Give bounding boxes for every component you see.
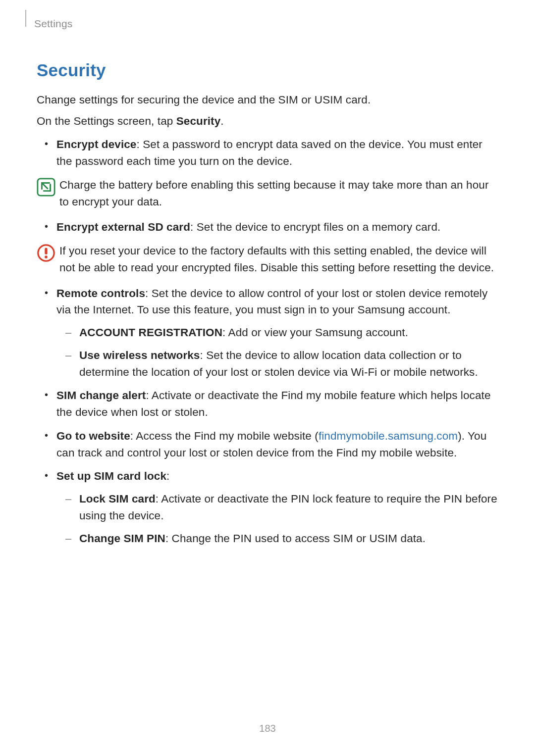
simlock-sublist: Lock SIM card: Activate or deactivate th… (56, 491, 498, 547)
warning-callout-1: If you reset your device to the factory … (37, 243, 498, 276)
settings-list-2: Encrypt external SD card: Set the device… (37, 219, 498, 236)
svg-rect-2 (45, 248, 47, 254)
change-pin-label: Change SIM PIN (79, 532, 165, 545)
list-item-encrypt-device: Encrypt device: Set a password to encryp… (37, 136, 498, 170)
encrypt-device-label: Encrypt device (56, 138, 136, 151)
breadcrumb: Settings (34, 18, 498, 30)
list-item-go-to-website: Go to website: Access the Find my mobile… (37, 428, 498, 461)
settings-list: Encrypt device: Set a password to encryp… (37, 136, 498, 170)
warning-text-1: If you reset your device to the factory … (59, 243, 498, 276)
sublist-item-change-pin: Change SIM PIN: Change the PIN used to a… (56, 530, 498, 547)
intro-paragraph-1: Change settings for securing the device … (37, 92, 498, 108)
section-title-security: Security (37, 60, 498, 80)
change-pin-text: : Change the PIN used to access SIM or U… (165, 532, 426, 545)
svg-point-3 (45, 255, 48, 258)
intro2-suffix: . (220, 115, 223, 127)
intro2-prefix: On the Settings screen, tap (37, 115, 176, 127)
note-callout-1: Charge the battery before enabling this … (37, 177, 498, 210)
remote-label: Remote controls (56, 287, 145, 300)
sim-alert-label: SIM change alert (56, 389, 146, 402)
sublist-item-account-registration: ACCOUNT REGISTRATION: Add or view your S… (56, 324, 498, 341)
settings-list-3: Remote controls: Set the device to allow… (37, 285, 498, 547)
list-item-sim-change-alert: SIM change alert: Activate or deactivate… (37, 387, 498, 421)
warning-icon (37, 244, 55, 262)
note-text-1: Charge the battery before enabling this … (59, 177, 498, 210)
page-content: Settings Security Change settings for se… (0, 0, 535, 547)
encrypt-sd-label: Encrypt external SD card (56, 221, 190, 233)
header-divider (25, 10, 26, 27)
sublist-item-lock-sim: Lock SIM card: Activate or deactivate th… (56, 491, 498, 524)
account-reg-text: : Add or view your Samsung account. (222, 326, 408, 339)
goto-prefix: : Access the Find my mobile website ( (130, 430, 319, 442)
simlock-suffix: : (166, 470, 169, 482)
wireless-label: Use wireless networks (79, 349, 200, 361)
sublist-item-wireless: Use wireless networks: Set the device to… (56, 347, 498, 381)
list-item-remote-controls: Remote controls: Set the device to allow… (37, 285, 498, 381)
page-number: 183 (0, 723, 535, 734)
lock-sim-label: Lock SIM card (79, 493, 156, 505)
list-item-sim-card-lock: Set up SIM card lock: Lock SIM card: Act… (37, 468, 498, 547)
encrypt-sd-text: : Set the device to encrypt files on a m… (190, 221, 440, 233)
simlock-label: Set up SIM card lock (56, 470, 166, 482)
goto-label: Go to website (56, 430, 130, 442)
list-item-encrypt-sd: Encrypt external SD card: Set the device… (37, 219, 498, 236)
remote-sublist: ACCOUNT REGISTRATION: Add or view your S… (56, 324, 498, 380)
intro2-bold: Security (176, 115, 221, 127)
account-reg-label: ACCOUNT REGISTRATION (79, 326, 222, 339)
findmymobile-link[interactable]: findmymobile.samsung.com (319, 430, 458, 442)
note-icon (37, 178, 55, 197)
intro-paragraph-2: On the Settings screen, tap Security. (37, 113, 498, 130)
